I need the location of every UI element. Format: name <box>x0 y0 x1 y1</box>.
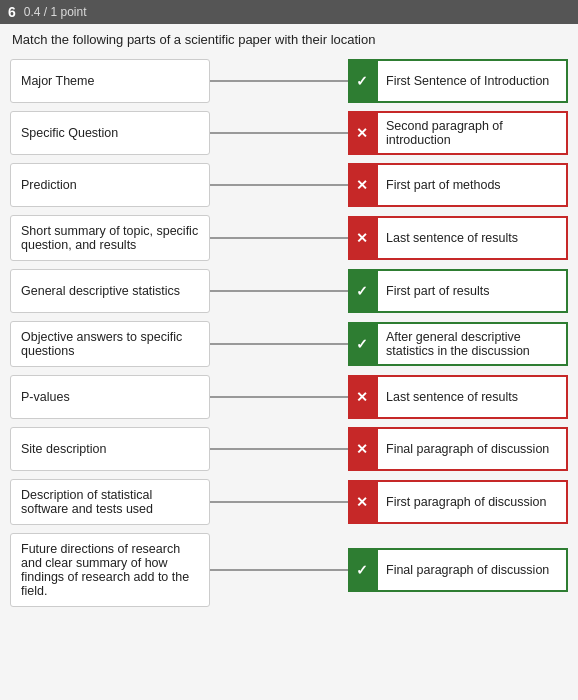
left-label: Site description <box>10 427 210 471</box>
match-row: Description of statistical software and … <box>10 479 568 525</box>
right-label: Last sentence of results <box>376 375 568 419</box>
match-row: Prediction✕First part of methods <box>10 163 568 207</box>
question-header: 6 0.4 / 1 point <box>0 0 578 24</box>
right-section: ✓First part of results <box>348 269 568 313</box>
match-row: Major Theme✓First Sentence of Introducti… <box>10 59 568 103</box>
right-section: ✓Final paragraph of discussion <box>348 548 568 592</box>
right-label: First Sentence of Introduction <box>376 59 568 103</box>
incorrect-badge: ✕ <box>348 427 376 471</box>
right-section: ✕Second paragraph of introduction <box>348 111 568 155</box>
incorrect-badge: ✕ <box>348 163 376 207</box>
connector-line <box>210 569 348 571</box>
match-row: Site description✕Final paragraph of disc… <box>10 427 568 471</box>
right-label: First paragraph of discussion <box>376 480 568 524</box>
left-label: Future directions of research and clear … <box>10 533 210 607</box>
right-label: Last sentence of results <box>376 216 568 260</box>
connector-line <box>210 237 348 239</box>
right-section: ✕Last sentence of results <box>348 216 568 260</box>
connector-line <box>210 448 348 450</box>
connector-line <box>210 80 348 82</box>
right-section: ✕Last sentence of results <box>348 375 568 419</box>
right-label: First part of methods <box>376 163 568 207</box>
connector-line <box>210 184 348 186</box>
right-section: ✓First Sentence of Introduction <box>348 59 568 103</box>
match-row: Future directions of research and clear … <box>10 533 568 607</box>
match-row: Short summary of topic, specific questio… <box>10 215 568 261</box>
right-section: ✕First paragraph of discussion <box>348 480 568 524</box>
left-label: General descriptive statistics <box>10 269 210 313</box>
instructions-text: Match the following parts of a scientifi… <box>0 24 578 53</box>
left-label: Short summary of topic, specific questio… <box>10 215 210 261</box>
right-section: ✓After general descriptive statistics in… <box>348 322 568 366</box>
matching-container: Major Theme✓First Sentence of Introducti… <box>0 53 578 625</box>
right-label: Final paragraph of discussion <box>376 427 568 471</box>
match-row: General descriptive statistics✓First par… <box>10 269 568 313</box>
correct-badge: ✓ <box>348 269 376 313</box>
left-label: Specific Question <box>10 111 210 155</box>
right-label: Second paragraph of introduction <box>376 111 568 155</box>
match-row: Objective answers to specific questions✓… <box>10 321 568 367</box>
left-label: Prediction <box>10 163 210 207</box>
connector-line <box>210 501 348 503</box>
match-row: P-values✕Last sentence of results <box>10 375 568 419</box>
right-label: After general descriptive statistics in … <box>376 322 568 366</box>
correct-badge: ✓ <box>348 322 376 366</box>
question-points: 0.4 / 1 point <box>24 5 87 19</box>
incorrect-badge: ✕ <box>348 111 376 155</box>
correct-badge: ✓ <box>348 548 376 592</box>
left-label: Description of statistical software and … <box>10 479 210 525</box>
right-section: ✕Final paragraph of discussion <box>348 427 568 471</box>
connector-line <box>210 290 348 292</box>
incorrect-badge: ✕ <box>348 480 376 524</box>
correct-badge: ✓ <box>348 59 376 103</box>
connector-line <box>210 132 348 134</box>
match-row: Specific Question✕Second paragraph of in… <box>10 111 568 155</box>
question-number: 6 <box>8 4 16 20</box>
left-label: Major Theme <box>10 59 210 103</box>
right-section: ✕First part of methods <box>348 163 568 207</box>
connector-line <box>210 396 348 398</box>
right-label: First part of results <box>376 269 568 313</box>
connector-line <box>210 343 348 345</box>
incorrect-badge: ✕ <box>348 216 376 260</box>
left-label: Objective answers to specific questions <box>10 321 210 367</box>
left-label: P-values <box>10 375 210 419</box>
right-label: Final paragraph of discussion <box>376 548 568 592</box>
incorrect-badge: ✕ <box>348 375 376 419</box>
